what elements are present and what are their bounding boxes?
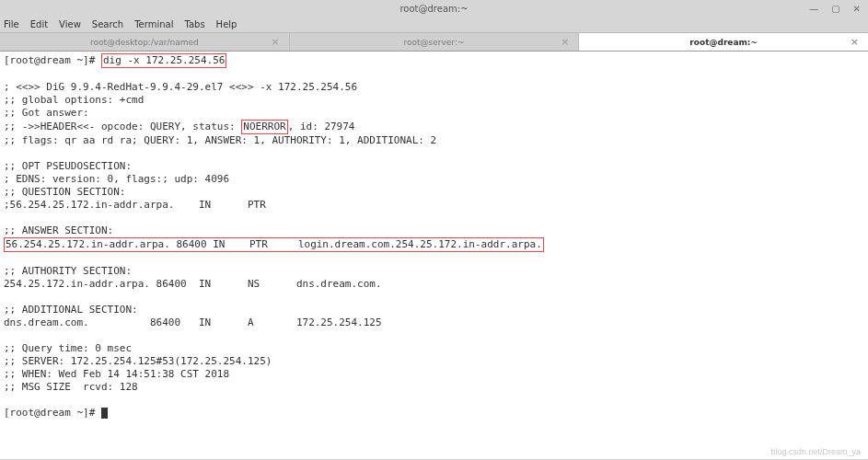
minimize-icon[interactable]: — — [809, 4, 818, 14]
window-controls: — ▢ ✕ — [809, 4, 861, 14]
tab-label: root@server:~ — [404, 38, 465, 47]
status-annotation: NOERROR — [241, 120, 287, 134]
maximize-icon[interactable]: ▢ — [831, 4, 839, 14]
dig-header-post: , id: 27974 — [288, 121, 355, 132]
dig-server: ;; SERVER: 172.25.254.125#53(172.25.254.… — [4, 355, 272, 367]
menu-file[interactable]: File — [4, 19, 19, 29]
menu-terminal[interactable]: Terminal — [134, 19, 173, 29]
close-icon[interactable]: ✕ — [853, 4, 861, 14]
dig-question-header: ;; QUESTION SECTION: — [4, 186, 125, 198]
dig-authority-header: ;; AUTHORITY SECTION: — [4, 265, 132, 277]
dig-flags: ;; flags: qr aa rd ra; QUERY: 1, ANSWER:… — [4, 134, 436, 146]
window-titlebar: root@dream:~ — ▢ ✕ — [0, 0, 868, 17]
dig-banner: ; <<>> DiG 9.9.4-RedHat-9.9.4-29.el7 <<>… — [4, 81, 357, 93]
dig-opt-header: ;; OPT PSEUDOSECTION: — [4, 160, 132, 172]
window-title: root@dream:~ — [399, 4, 468, 14]
command-annotation: dig -x 172.25.254.56 — [101, 53, 226, 68]
dig-query-time: ;; Query time: 0 msec — [4, 342, 132, 354]
watermark-text: blog.csdn.net/Dream_ya — [770, 447, 861, 456]
dig-global-options: ;; global options: +cmd — [4, 94, 144, 106]
prompt: [root@dream ~]# — [4, 54, 101, 66]
tab-close-icon[interactable]: × — [271, 36, 279, 48]
dig-got-answer: ;; Got answer: — [4, 107, 89, 119]
tab-dream[interactable]: root@dream:~ × — [579, 33, 868, 51]
tab-close-icon[interactable]: × — [851, 36, 859, 48]
answer-annotation: 56.254.25.172.in-addr.arpa. 86400 IN PTR… — [4, 237, 544, 252]
menu-tabs[interactable]: Tabs — [184, 19, 204, 29]
cursor-icon — [101, 408, 108, 419]
prompt: [root@dream ~]# — [4, 407, 101, 419]
dig-authority: 254.25.172.in-addr.arpa. 86400 IN NS dns… — [4, 278, 382, 290]
tab-close-icon[interactable]: × — [561, 36, 569, 48]
dig-header-pre: ;; ->>HEADER<<- opcode: QUERY, status: — [4, 121, 241, 132]
menu-search[interactable]: Search — [92, 19, 123, 29]
tabs-row: root@desktop:/var/named × root@server:~ … — [0, 33, 868, 52]
menu-help[interactable]: Help — [216, 19, 237, 29]
dig-answer-header: ;; ANSWER SECTION: — [4, 224, 113, 236]
tab-desktop[interactable]: root@desktop:/var/named × — [0, 33, 290, 51]
tab-server[interactable]: root@server:~ × — [290, 33, 580, 51]
menu-bar: File Edit View Search Terminal Tabs Help — [0, 17, 868, 33]
dig-edns: ; EDNS: version: 0, flags:; udp: 4096 — [4, 173, 229, 185]
tab-label: root@dream:~ — [689, 38, 758, 47]
menu-view[interactable]: View — [59, 19, 81, 29]
dig-msg-size: ;; MSG SIZE rcvd: 128 — [4, 381, 138, 393]
dig-when: ;; WHEN: Wed Feb 14 14:51:38 CST 2018 — [4, 368, 229, 380]
dig-question: ;56.254.25.172.in-addr.arpa. IN PTR — [4, 199, 266, 211]
dig-additional: dns.dream.com. 86400 IN A 172.25.254.125 — [4, 316, 382, 328]
dig-additional-header: ;; ADDITIONAL SECTION: — [4, 304, 138, 316]
terminal-viewport[interactable]: [root@dream ~]# dig -x 172.25.254.56 ; <… — [0, 52, 868, 459]
tab-label: root@desktop:/var/named — [90, 38, 199, 47]
menu-edit[interactable]: Edit — [30, 19, 48, 29]
